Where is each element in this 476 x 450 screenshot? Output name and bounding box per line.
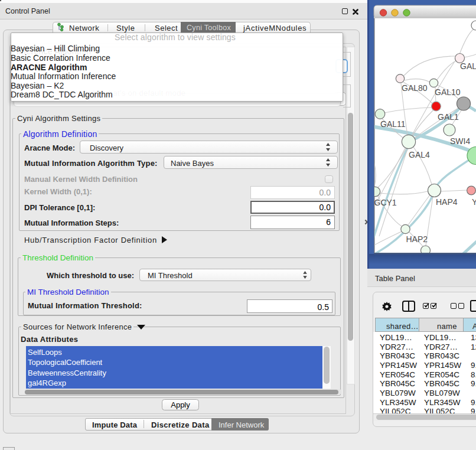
svg-text:GAL10: GAL10	[435, 87, 461, 97]
svg-text:GAL4: GAL4	[409, 150, 430, 159]
svg-text:SWI4: SWI4	[450, 136, 470, 146]
svg-text:HAP2: HAP2	[406, 234, 428, 244]
svg-text:Y: Y	[472, 197, 476, 207]
svg-text:GAL1: GAL1	[438, 112, 459, 122]
svg-text:GAL7: GAL7	[460, 61, 476, 71]
svg-text:GAL11: GAL11	[380, 119, 406, 129]
svg-text:GCY1: GCY1	[374, 198, 397, 207]
svg-text:GAL80: GAL80	[402, 83, 428, 93]
svg-text:HAP4: HAP4	[436, 197, 458, 207]
